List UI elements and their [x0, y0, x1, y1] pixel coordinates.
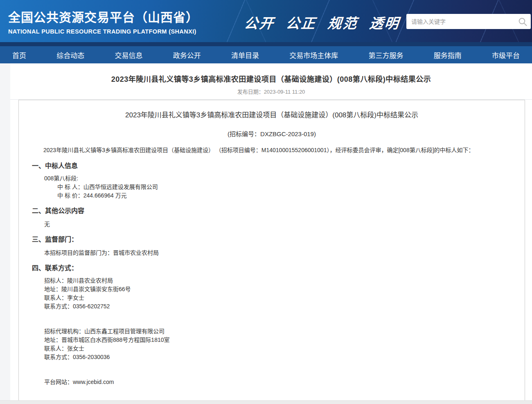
main-navigation: 首页 综合动态 交易信息 政务公开 清单目录 交易市场主体库 第三方服务 服务指… [0, 46, 532, 63]
site-logo[interactable]: 全国公共资源交易平台（山西省） NATIONAL PUBLIC RESOURCE… [8, 7, 198, 35]
slogan-word-open: 公开 [243, 12, 275, 32]
tenderee-phone: 联系方式：0356-6202752 [32, 302, 512, 311]
agency-address: 地址：晋城市城区白水西街888号方程国际1810室 [32, 336, 512, 344]
nav-item-service-guide[interactable]: 服务指南 [434, 50, 462, 60]
nav-item-trade-info[interactable]: 交易信息 [115, 50, 143, 60]
section3-heading: 三、监督部门： [32, 234, 512, 244]
site-title: 全国公共资源交易平台（山西省） [8, 7, 198, 25]
section2-content: 无 [32, 220, 512, 229]
tenderee-name: 招标人：陵川县农业农村局 [32, 276, 512, 285]
price-line: 中 标 价：244.666964 万元 [32, 191, 512, 200]
lot-line: 008第八标段: [32, 174, 512, 183]
nav-item-comprehensive-news[interactable]: 综合动态 [56, 50, 84, 60]
slogan-word-fair: 公正 [285, 12, 317, 32]
nav-item-market-entities[interactable]: 交易市场主体库 [289, 50, 338, 60]
spacer [32, 311, 512, 327]
slogan-word-standard: 规范 [327, 12, 359, 32]
spacer [32, 361, 512, 378]
slogan-word-transparent: 透明 [368, 12, 401, 32]
tenderee-contact: 联系人：李女士 [32, 294, 512, 302]
agency-phone: 联系方式：0356-2030036 [32, 353, 512, 361]
announcement-document: 2023年陵川县礼义镇等3乡镇高标准农田建设项目（基础设施建设）(008第八标段… [18, 100, 525, 404]
bid-code-line: (招标编号：DXZBGC-2023-019) [32, 129, 512, 138]
nav-item-city-platform[interactable]: 市级平台 [492, 50, 520, 60]
document-title: 2023年陵川县礼义镇等3乡镇高标准农田建设项目（基础设施建设）(008第八标段… [32, 109, 512, 119]
section1-heading: 一、中标人信息 [32, 160, 512, 170]
publish-date: 发布日期：2023-09-11 11:20 [10, 88, 532, 100]
nav-item-third-party-services[interactable]: 第三方服务 [369, 50, 404, 60]
intro-paragraph: 2023年陵川县礼义镇等3乡镇高标准农田建设项目（基础设施建设） （招标项目编号… [32, 146, 512, 155]
tenderee-address: 地址：陵川县崇文镇崇安东街66号 [32, 285, 512, 294]
search-input[interactable] [406, 14, 518, 29]
main-content: 2023年陵川县礼义镇等3乡镇高标准农田建设项目（基础设施建设）(008第八标段… [10, 63, 532, 404]
winner-line: 中 标 人：山西华恒远建设发展有限公司 [32, 183, 512, 191]
nav-item-home[interactable]: 首页 [12, 50, 26, 60]
agency-contact: 联系人：张女士 [32, 344, 512, 353]
page-title: 2023年陵川县礼义镇等3乡镇高标准农田建设项目（基础设施建设）(008第八标段… [10, 73, 532, 84]
section3-content: 本招标项目的监督部门为：晋城市农业农村局 [32, 249, 512, 257]
site-subtitle: NATIONAL PUBLIC RESOURCE TRADING PLATFOR… [8, 28, 198, 35]
agency-name: 招标代理机构：山西东鑫工程项目管理有限公司 [32, 327, 512, 336]
search-icon[interactable] [518, 17, 527, 27]
nav-top-stripe [0, 42, 532, 46]
nav-item-gov-affairs[interactable]: 政务公开 [173, 50, 201, 60]
slogan-calligraphy: 公开 公正 规范 透明 [243, 12, 401, 32]
nav-item-list-catalog[interactable]: 清单目录 [231, 50, 259, 60]
platform-website: 平台网站：www.jcebid.com [32, 378, 512, 386]
section2-heading: 二、其他公示内容 [32, 205, 512, 215]
footer-strip [0, 400, 532, 404]
search-box [406, 14, 531, 29]
section4-heading: 四、联系方式： [32, 263, 512, 272]
site-header: 全国公共资源交易平台（山西省） NATIONAL PUBLIC RESOURCE… [0, 0, 532, 42]
